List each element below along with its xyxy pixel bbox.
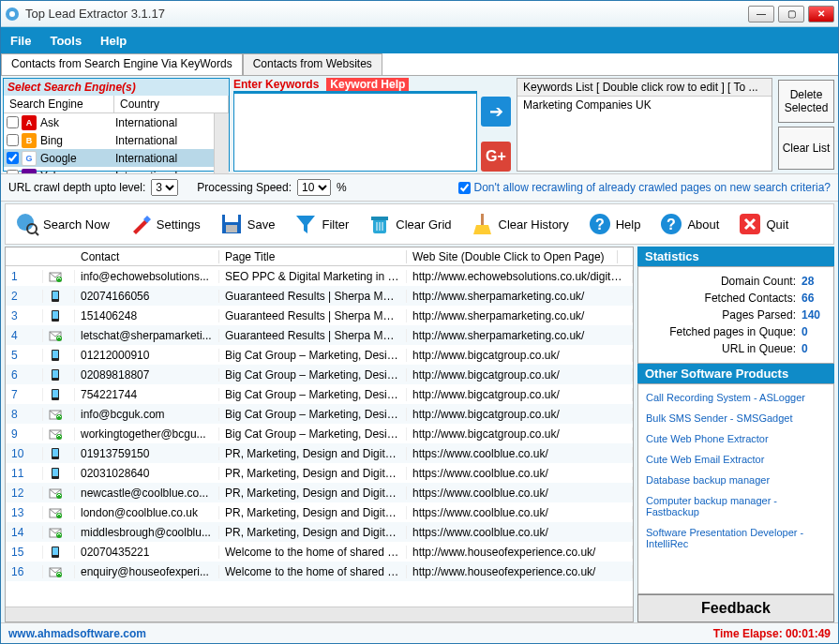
table-row[interactable]: 1 info@echowebsolutions... SEO PPC & Dig… <box>6 266 633 286</box>
stat-pages-parsed: 140 <box>802 307 826 323</box>
svg-point-2 <box>17 214 34 231</box>
gplus-button[interactable]: G+ <box>481 142 511 172</box>
table-row[interactable]: 8 info@bcguk.com Big Cat Group – Marketi… <box>6 404 633 424</box>
product-link[interactable]: Cute Web Email Extractor <box>646 454 826 465</box>
grid-col-website[interactable]: Web Site (Double Click to Open Page) <box>407 250 618 263</box>
cell-contact: 01913759150 <box>75 447 219 460</box>
row-index: 11 <box>6 467 43 480</box>
grid-col-contact[interactable]: Contact <box>75 250 219 263</box>
stat-fetched-contacts: 66 <box>802 290 826 307</box>
menu-tools[interactable]: Tools <box>50 34 82 48</box>
keyword-help-button[interactable]: Keyword Help <box>326 78 409 91</box>
svg-rect-48 <box>52 547 58 555</box>
filter-button[interactable]: Filter <box>290 208 352 240</box>
phone-icon <box>43 447 75 460</box>
quit-button[interactable]: Quit <box>734 208 792 240</box>
cell-website[interactable]: http://www.sherpamarketing.co.uk/ <box>407 290 633 303</box>
recrawl-checkbox-label[interactable]: Don't allow recrawling of already crawle… <box>458 181 831 194</box>
engine-checkbox[interactable] <box>7 134 19 146</box>
engine-row-ask[interactable]: A Ask International <box>4 113 214 131</box>
engine-checkbox[interactable] <box>7 152 19 164</box>
processing-speed-select[interactable]: 10 <box>297 179 331 196</box>
table-row[interactable]: 2 02074166056 Guaranteed Results | Sherp… <box>6 286 633 306</box>
product-link[interactable]: Database backup manager <box>646 474 826 486</box>
cell-website[interactable]: http://www.bigcatgroup.co.uk/ <box>407 349 633 362</box>
keyword-row[interactable]: Marketing Companies UK <box>517 97 772 113</box>
clear-grid-button[interactable]: Clear Grid <box>364 208 455 240</box>
table-row[interactable]: 3 151406248 Guaranteed Results | Sherpa … <box>6 306 633 325</box>
engines-col-country: Country <box>114 96 229 112</box>
cell-website[interactable]: http://www.bigcatgroup.co.uk/ <box>407 388 633 401</box>
table-row[interactable]: 16 enquiry@houseofexperi... Welcome to t… <box>6 562 633 581</box>
svg-rect-40 <box>52 469 58 476</box>
svg-rect-30 <box>52 370 58 378</box>
search-now-button[interactable]: Search Now <box>11 208 113 240</box>
keywords-list-panel: Keywords List [ Double click row to edit… <box>517 78 772 172</box>
clear-history-button[interactable]: Clear History <box>467 208 573 240</box>
cell-website[interactable]: http://www.bigcatgroup.co.uk/ <box>407 408 633 421</box>
cell-website[interactable]: https://www.coolblue.co.uk/ <box>407 447 633 460</box>
table-row[interactable]: 12 newcastle@coolblue.co... PR, Marketin… <box>6 483 633 502</box>
table-row[interactable]: 6 02089818807 Big Cat Group – Marketing,… <box>6 365 633 384</box>
feedback-button[interactable]: Feedback <box>637 594 834 622</box>
add-keyword-button[interactable]: ➔ <box>481 97 511 127</box>
settings-button[interactable]: Settings <box>125 208 204 240</box>
cell-contact: 02031028640 <box>75 467 219 480</box>
help-button[interactable]: ?Help <box>584 208 645 240</box>
menu-file[interactable]: File <box>10 34 31 48</box>
engine-row-bing[interactable]: B Bing International <box>4 131 214 149</box>
cell-website[interactable]: http://www.sherpamarketing.co.uk/ <box>407 309 633 322</box>
tab-websites[interactable]: Contacts from Websites <box>243 53 382 75</box>
product-link[interactable]: Cute Web Phone Extractor <box>646 433 826 444</box>
cell-website[interactable]: http://www.echowebsolutions.co.uk/digita… <box>407 270 633 283</box>
cell-pagetitle: SEO PPC & Digital Marketing in P... <box>219 270 407 283</box>
table-row[interactable]: 13 london@coolblue.co.uk PR, Marketing, … <box>6 502 633 522</box>
cell-website[interactable]: http://www.houseofexperience.co.uk/ <box>407 565 633 578</box>
crawl-depth-label: URL crawl depth upto level: <box>8 181 145 194</box>
cell-website[interactable]: http://www.bigcatgroup.co.uk/ <box>407 427 633 441</box>
maximize-button[interactable]: ▢ <box>778 6 804 22</box>
status-url[interactable]: www.ahmadsoftware.com <box>8 627 146 640</box>
cell-contact: 02070435221 <box>75 546 219 559</box>
product-link[interactable]: Software Presentation Developer - Intell… <box>646 527 826 549</box>
svg-rect-9 <box>371 217 388 220</box>
save-button[interactable]: Save <box>216 208 279 240</box>
table-row[interactable]: 4 letschat@sherpamarketi... Guaranteed R… <box>6 325 633 345</box>
phone-icon <box>43 546 75 559</box>
close-button[interactable]: ✕ <box>808 6 834 22</box>
grid-hscroll[interactable] <box>6 607 633 622</box>
cell-website[interactable]: http://www.houseofexperience.co.uk/ <box>407 546 633 559</box>
cell-website[interactable]: http://www.sherpamarketing.co.uk/ <box>407 329 633 342</box>
engine-checkbox[interactable] <box>7 116 19 128</box>
table-row[interactable]: 7 754221744 Big Cat Group – Marketing, D… <box>6 384 633 404</box>
delete-selected-button[interactable]: Delete Selected <box>778 80 834 123</box>
recrawl-checkbox[interactable] <box>458 182 471 194</box>
crawl-depth-select[interactable]: 3 <box>151 179 178 196</box>
menu-help[interactable]: Help <box>100 34 127 48</box>
tab-search-engine[interactable]: Contacts from Search Engine Via KeyWords <box>1 53 243 75</box>
minimize-button[interactable]: — <box>748 6 774 22</box>
cell-website[interactable]: https://www.coolblue.co.uk/ <box>407 487 633 500</box>
table-row[interactable]: 9 workingtogether@bcgu... Big Cat Group … <box>6 424 633 443</box>
table-row[interactable]: 5 01212000910 Big Cat Group – Marketing,… <box>6 345 633 365</box>
row-index: 4 <box>6 329 43 342</box>
cell-website[interactable]: https://www.coolblue.co.uk/ <box>407 526 633 539</box>
cell-website[interactable]: https://www.coolblue.co.uk/ <box>407 467 633 480</box>
cell-website[interactable]: https://www.coolblue.co.uk/ <box>407 506 633 519</box>
table-row[interactable]: 15 02070435221 Welcome to the home of sh… <box>6 542 633 562</box>
table-row[interactable]: 14 middlesbrough@coolblu... PR, Marketin… <box>6 522 633 542</box>
product-link[interactable]: Call Recording System - ASLogger <box>646 392 826 403</box>
clear-list-button[interactable]: Clear List <box>778 127 834 170</box>
grid-col-pagetitle[interactable]: Page Title <box>219 250 407 263</box>
product-link[interactable]: Computer backup manager - Fastbackup <box>646 495 826 517</box>
engine-name: Ask <box>40 116 112 129</box>
about-button[interactable]: ?About <box>655 208 723 240</box>
row-index: 5 <box>6 349 43 362</box>
table-row[interactable]: 10 01913759150 PR, Marketing, Design and… <box>6 443 633 463</box>
engine-row-google[interactable]: G Google International <box>4 149 214 167</box>
keywords-list-header: Keywords List [ Double click row to edit… <box>517 79 772 97</box>
keywords-textarea[interactable] <box>233 91 477 172</box>
cell-website[interactable]: http://www.bigcatgroup.co.uk/ <box>407 368 633 382</box>
product-link[interactable]: Bulk SMS Sender - SMSGadget <box>646 412 826 424</box>
table-row[interactable]: 11 02031028640 PR, Marketing, Design and… <box>6 463 633 483</box>
